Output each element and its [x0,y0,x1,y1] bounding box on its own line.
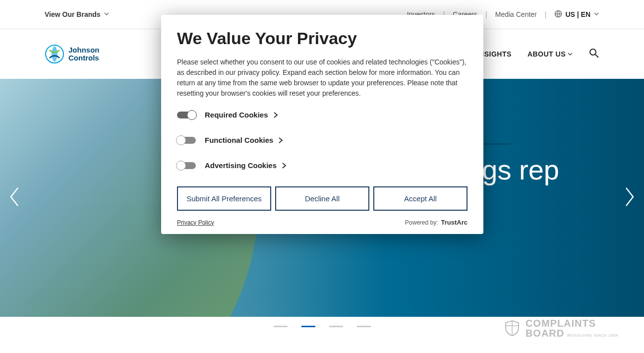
privacy-modal: We Value Your Privacy Please select whet… [161,15,483,234]
required-cookies-expand[interactable]: Required Cookies [205,111,278,119]
powered-by: Powered by: TrustArc [405,219,468,226]
cookie-row-advertising: Advertising Cookies [177,161,468,170]
trustarc-logo[interactable]: TrustArc [441,219,468,226]
modal-description: Please select whether you consent to our… [177,57,468,99]
modal-buttons: Submit All Preferences Decline All Accep… [177,186,468,211]
privacy-modal-overlay: We Value Your Privacy Please select whet… [0,0,644,353]
modal-footer: Privacy Policy Powered by: TrustArc [177,219,468,226]
submit-preferences-button[interactable]: Submit All Preferences [177,186,271,211]
powered-by-label: Powered by: [405,219,438,226]
advertising-cookies-expand[interactable]: Advertising Cookies [205,161,287,170]
required-cookies-toggle [177,112,196,118]
chevron-right-icon [273,112,278,118]
cookie-row-functional: Functional Cookies [177,136,468,144]
modal-title: We Value Your Privacy [177,29,468,48]
privacy-policy-link[interactable]: Privacy Policy [177,219,214,226]
functional-cookies-expand[interactable]: Functional Cookies [205,136,283,144]
cookie-label-text: Advertising Cookies [205,161,277,170]
cookie-label-text: Functional Cookies [205,136,273,144]
functional-cookies-toggle[interactable] [177,137,196,144]
chevron-right-icon [278,137,283,144]
advertising-cookies-toggle[interactable] [177,162,196,169]
cookie-row-required: Required Cookies [177,111,468,119]
chevron-right-icon [282,162,287,169]
accept-all-button[interactable]: Accept All [373,186,468,211]
decline-all-button[interactable]: Decline All [275,186,369,211]
cookie-label-text: Required Cookies [205,111,268,119]
